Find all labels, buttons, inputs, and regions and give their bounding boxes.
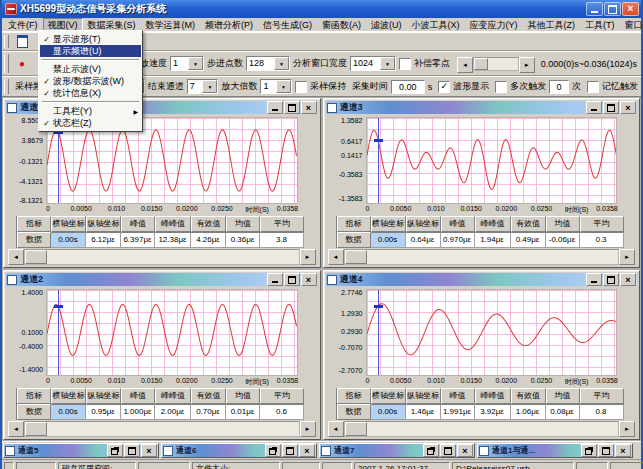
- column-header[interactable]: 平均: [260, 216, 304, 232]
- maximize-button[interactable]: [604, 2, 621, 16]
- scrollbar-thumb[interactable]: [25, 422, 47, 436]
- column-header[interactable]: 均值: [226, 388, 260, 404]
- scroll-left-icon[interactable]: ◄: [457, 57, 473, 73]
- table-cell[interactable]: 0.8: [580, 404, 624, 420]
- maximize-button[interactable]: [603, 101, 619, 114]
- menu-item[interactable]: 窗函数(A): [317, 18, 366, 31]
- column-header[interactable]: 纵轴坐标: [406, 216, 441, 232]
- menu-item[interactable]: ✓波形/数据示波(W): [40, 75, 141, 87]
- row-header[interactable]: 数据: [17, 232, 51, 248]
- maximize-button[interactable]: [124, 444, 140, 457]
- maximize-button[interactable]: [603, 273, 619, 286]
- scroll-left-icon[interactable]: ◄: [328, 249, 344, 265]
- column-header[interactable]: 峰峰值: [155, 388, 191, 404]
- column-header[interactable]: 指标: [17, 216, 51, 232]
- scroll-left-icon[interactable]: ◄: [8, 421, 24, 437]
- table-cell[interactable]: 6.12με: [86, 232, 121, 248]
- menu-item[interactable]: 工具(T): [580, 18, 620, 31]
- menu-item[interactable]: 文件(F): [3, 18, 43, 31]
- table-cell[interactable]: 1.000με: [121, 404, 155, 420]
- channel-title-bar[interactable]: 通道3 ×: [326, 101, 638, 114]
- menu-item[interactable]: ✓状态栏(Z): [40, 117, 141, 129]
- menu-item[interactable]: 小波工具(X): [407, 18, 465, 31]
- column-header[interactable]: 纵轴坐标: [406, 388, 441, 404]
- column-header[interactable]: 峰峰值: [475, 388, 511, 404]
- minimize-button[interactable]: [586, 273, 602, 286]
- table-hscrollbar[interactable]: ◄ ►: [328, 421, 636, 437]
- column-header[interactable]: 横轴坐标: [371, 388, 406, 404]
- table-cell[interactable]: 0.6: [260, 404, 304, 420]
- table-cell[interactable]: 0.70με: [191, 404, 226, 420]
- playback-position-scrollbar[interactable]: ◄ ►: [457, 57, 535, 71]
- column-header[interactable]: 横轴坐标: [51, 216, 86, 232]
- menu-item[interactable]: 数学运算(M): [141, 18, 201, 31]
- minimized-channel-window[interactable]: 通道6×: [161, 443, 317, 458]
- minimize-button[interactable]: [586, 101, 602, 114]
- menu-item[interactable]: 窗口(W): [620, 18, 643, 31]
- close-button[interactable]: ×: [622, 2, 639, 16]
- minimized-channel-window[interactable]: 通道1与通...×: [477, 443, 633, 458]
- minimize-button[interactable]: [586, 2, 603, 16]
- table-cell[interactable]: 3.8: [260, 232, 304, 248]
- restore-button[interactable]: [581, 444, 597, 457]
- record-button[interactable]: ●: [12, 55, 32, 72]
- cursor-line[interactable]: [58, 290, 59, 375]
- column-header[interactable]: 平均: [580, 216, 624, 232]
- analysis-window-width-select[interactable]: 1024▼: [350, 56, 396, 71]
- collect-time-input[interactable]: 0.00: [391, 80, 425, 94]
- column-header[interactable]: 峰值: [441, 388, 475, 404]
- play-speed-select[interactable]: 1▼: [170, 56, 204, 71]
- cursor-line[interactable]: [378, 118, 379, 203]
- table-cell[interactable]: 0.00s: [371, 232, 406, 248]
- row-header[interactable]: 数据: [17, 404, 51, 420]
- table-cell[interactable]: 0.49με: [511, 232, 546, 248]
- table-cell[interactable]: 0.08με: [546, 404, 580, 420]
- table-cell[interactable]: 0.36με: [226, 232, 260, 248]
- column-header[interactable]: 指标: [337, 216, 371, 232]
- scroll-left-icon[interactable]: ◄: [8, 249, 24, 265]
- wave-display-checkbox[interactable]: ✓波形显示: [438, 80, 489, 93]
- cursor-line[interactable]: [378, 290, 379, 375]
- table-cell[interactable]: 0.00s: [371, 404, 406, 420]
- multi-trigger-checkbox[interactable]: 多次触发: [495, 80, 546, 93]
- row-header[interactable]: 数据: [337, 232, 371, 248]
- scroll-right-icon[interactable]: ►: [300, 249, 316, 265]
- column-header[interactable]: 有效值: [511, 388, 546, 404]
- new-window-button[interactable]: [12, 33, 32, 50]
- scroll-right-icon[interactable]: ►: [300, 421, 316, 437]
- restore-button[interactable]: [423, 444, 439, 457]
- end-channel-select[interactable]: 7▼: [187, 79, 219, 94]
- menu-item[interactable]: 滤波(U): [366, 18, 407, 31]
- column-header[interactable]: 横轴坐标: [51, 388, 86, 404]
- menu-item[interactable]: ✓显示波形(T): [40, 33, 141, 45]
- table-cell[interactable]: 12.38με: [155, 232, 191, 248]
- waveform-plot[interactable]: [366, 289, 618, 376]
- minimized-channel-window[interactable]: 通道5×: [3, 443, 159, 458]
- menu-item[interactable]: 应变应力(Y): [465, 18, 523, 31]
- table-cell[interactable]: 0.64με: [406, 232, 441, 248]
- close-button[interactable]: ×: [141, 444, 157, 457]
- menu-item[interactable]: 频谱分析(P): [200, 18, 258, 31]
- gain-select[interactable]: 1▼: [260, 79, 292, 94]
- channel-title-bar[interactable]: 通道4 ×: [326, 273, 638, 286]
- minimize-button[interactable]: [267, 273, 283, 286]
- table-hscrollbar[interactable]: ◄ ►: [8, 249, 316, 265]
- table-cell[interactable]: 1.46με: [406, 404, 441, 420]
- close-button[interactable]: ×: [301, 101, 317, 114]
- zero-comp-checkbox[interactable]: 补偿零点: [399, 57, 450, 70]
- close-button[interactable]: ×: [620, 101, 636, 114]
- table-cell[interactable]: 1.94με: [475, 232, 511, 248]
- table-cell[interactable]: 0.95με: [86, 404, 121, 420]
- column-header[interactable]: 平均: [260, 388, 304, 404]
- table-cell[interactable]: 0.00s: [51, 404, 86, 420]
- table-hscrollbar[interactable]: ◄ ►: [8, 421, 316, 437]
- menu-item[interactable]: 其他工具(Z): [523, 18, 581, 31]
- column-header[interactable]: 横轴坐标: [371, 216, 406, 232]
- table-cell[interactable]: 1.06με: [511, 404, 546, 420]
- restore-button[interactable]: [107, 444, 123, 457]
- column-header[interactable]: 均值: [546, 216, 580, 232]
- table-hscrollbar[interactable]: ◄ ►: [328, 249, 636, 265]
- menu-item[interactable]: ✓统计信息(X): [40, 87, 141, 99]
- checkbox-icon[interactable]: [495, 81, 507, 93]
- cursor-marker[interactable]: [54, 305, 63, 308]
